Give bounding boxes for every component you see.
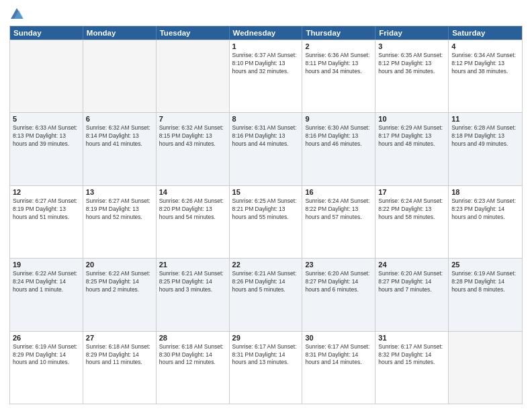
day-number: 2 <box>305 42 372 50</box>
day-info: Sunrise: 6:21 AM Sunset: 8:25 PM Dayligh… <box>159 270 226 294</box>
day-number: 28 <box>159 334 226 342</box>
day-cell-20: 20Sunrise: 6:22 AM Sunset: 8:25 PM Dayli… <box>83 259 157 330</box>
day-cell-21: 21Sunrise: 6:21 AM Sunset: 8:25 PM Dayli… <box>157 259 230 330</box>
day-info: Sunrise: 6:37 AM Sunset: 8:10 PM Dayligh… <box>232 52 300 76</box>
day-number: 29 <box>232 334 300 342</box>
day-info: Sunrise: 6:23 AM Sunset: 8:23 PM Dayligh… <box>451 197 519 222</box>
day-cell-1: 1Sunrise: 6:37 AM Sunset: 8:10 PM Daylig… <box>230 40 303 112</box>
page: SundayMondayTuesdayWednesdayThursdayFrid… <box>0 0 532 411</box>
day-number: 21 <box>159 261 226 269</box>
calendar-row-2: 12Sunrise: 6:27 AM Sunset: 8:19 PM Dayli… <box>10 185 522 258</box>
day-cell-12: 12Sunrise: 6:27 AM Sunset: 8:19 PM Dayli… <box>10 186 83 258</box>
day-cell-5: 5Sunrise: 6:33 AM Sunset: 8:13 PM Daylig… <box>10 113 83 185</box>
day-cell-6: 6Sunrise: 6:32 AM Sunset: 8:14 PM Daylig… <box>83 113 157 185</box>
day-number: 30 <box>305 334 372 342</box>
day-number: 4 <box>451 42 519 50</box>
empty-cell-0-1 <box>83 40 157 112</box>
day-info: Sunrise: 6:17 AM Sunset: 8:31 PM Dayligh… <box>232 343 300 367</box>
calendar-header-row: SundayMondayTuesdayWednesdayThursdayFrid… <box>10 26 522 40</box>
day-number: 6 <box>86 115 153 123</box>
header-day-tuesday: Tuesday <box>157 26 230 40</box>
day-cell-29: 29Sunrise: 6:17 AM Sunset: 8:31 PM Dayli… <box>230 332 303 404</box>
day-info: Sunrise: 6:24 AM Sunset: 8:22 PM Dayligh… <box>378 197 445 222</box>
day-number: 25 <box>451 261 519 269</box>
day-cell-19: 19Sunrise: 6:22 AM Sunset: 8:24 PM Dayli… <box>10 259 83 330</box>
day-cell-2: 2Sunrise: 6:36 AM Sunset: 8:11 PM Daylig… <box>302 40 375 112</box>
day-cell-23: 23Sunrise: 6:20 AM Sunset: 8:27 PM Dayli… <box>302 259 375 330</box>
calendar-row-4: 26Sunrise: 6:19 AM Sunset: 8:29 PM Dayli… <box>10 331 522 404</box>
calendar-row-3: 19Sunrise: 6:22 AM Sunset: 8:24 PM Dayli… <box>10 258 522 330</box>
day-info: Sunrise: 6:28 AM Sunset: 8:18 PM Dayligh… <box>451 124 519 148</box>
day-info: Sunrise: 6:24 AM Sunset: 8:22 PM Dayligh… <box>305 197 372 222</box>
day-cell-24: 24Sunrise: 6:20 AM Sunset: 8:27 PM Dayli… <box>375 259 449 330</box>
day-number: 12 <box>13 188 80 196</box>
day-info: Sunrise: 6:21 AM Sunset: 8:26 PM Dayligh… <box>232 270 300 294</box>
day-cell-4: 4Sunrise: 6:34 AM Sunset: 8:12 PM Daylig… <box>449 40 522 112</box>
day-info: Sunrise: 6:17 AM Sunset: 8:32 PM Dayligh… <box>378 343 445 367</box>
day-info: Sunrise: 6:17 AM Sunset: 8:31 PM Dayligh… <box>305 343 372 367</box>
header <box>9 7 523 21</box>
day-number: 17 <box>378 188 445 196</box>
day-info: Sunrise: 6:19 AM Sunset: 8:28 PM Dayligh… <box>451 270 519 294</box>
empty-cell-0-2 <box>157 40 230 112</box>
day-cell-7: 7Sunrise: 6:32 AM Sunset: 8:15 PM Daylig… <box>157 113 230 185</box>
day-info: Sunrise: 6:22 AM Sunset: 8:25 PM Dayligh… <box>86 270 153 294</box>
calendar-body: 1Sunrise: 6:37 AM Sunset: 8:10 PM Daylig… <box>10 40 522 404</box>
day-cell-26: 26Sunrise: 6:19 AM Sunset: 8:29 PM Dayli… <box>10 332 83 404</box>
day-cell-30: 30Sunrise: 6:17 AM Sunset: 8:31 PM Dayli… <box>302 332 375 404</box>
day-info: Sunrise: 6:33 AM Sunset: 8:13 PM Dayligh… <box>13 124 80 148</box>
header-day-saturday: Saturday <box>449 26 522 40</box>
day-info: Sunrise: 6:22 AM Sunset: 8:24 PM Dayligh… <box>13 270 80 294</box>
day-number: 26 <box>13 334 80 342</box>
day-number: 5 <box>13 115 80 123</box>
day-cell-13: 13Sunrise: 6:27 AM Sunset: 8:19 PM Dayli… <box>83 186 157 258</box>
day-number: 8 <box>232 115 300 123</box>
day-info: Sunrise: 6:19 AM Sunset: 8:29 PM Dayligh… <box>13 343 80 367</box>
day-cell-10: 10Sunrise: 6:29 AM Sunset: 8:17 PM Dayli… <box>375 113 449 185</box>
day-info: Sunrise: 6:25 AM Sunset: 8:21 PM Dayligh… <box>232 197 300 222</box>
logo <box>9 7 27 21</box>
day-info: Sunrise: 6:18 AM Sunset: 8:30 PM Dayligh… <box>159 343 226 367</box>
day-info: Sunrise: 6:27 AM Sunset: 8:19 PM Dayligh… <box>13 197 80 222</box>
day-number: 10 <box>378 115 445 123</box>
day-number: 3 <box>378 42 445 50</box>
day-cell-28: 28Sunrise: 6:18 AM Sunset: 8:30 PM Dayli… <box>157 332 230 404</box>
day-info: Sunrise: 6:32 AM Sunset: 8:14 PM Dayligh… <box>86 124 153 148</box>
day-number: 24 <box>378 261 445 269</box>
calendar-row-0: 1Sunrise: 6:37 AM Sunset: 8:10 PM Daylig… <box>10 40 522 112</box>
day-cell-9: 9Sunrise: 6:30 AM Sunset: 8:16 PM Daylig… <box>302 113 375 185</box>
header-day-wednesday: Wednesday <box>230 26 303 40</box>
day-cell-14: 14Sunrise: 6:26 AM Sunset: 8:20 PM Dayli… <box>157 186 230 258</box>
day-number: 27 <box>86 334 153 342</box>
day-number: 9 <box>305 115 372 123</box>
day-number: 23 <box>305 261 372 269</box>
logo-icon <box>9 7 24 21</box>
day-cell-11: 11Sunrise: 6:28 AM Sunset: 8:18 PM Dayli… <box>449 113 522 185</box>
empty-cell-0-0 <box>10 40 83 112</box>
day-cell-27: 27Sunrise: 6:18 AM Sunset: 8:29 PM Dayli… <box>83 332 157 404</box>
day-number: 20 <box>86 261 153 269</box>
day-info: Sunrise: 6:31 AM Sunset: 8:16 PM Dayligh… <box>232 124 300 148</box>
day-number: 7 <box>159 115 226 123</box>
calendar-row-1: 5Sunrise: 6:33 AM Sunset: 8:13 PM Daylig… <box>10 112 522 185</box>
header-day-thursday: Thursday <box>302 26 375 40</box>
day-cell-8: 8Sunrise: 6:31 AM Sunset: 8:16 PM Daylig… <box>230 113 303 185</box>
day-info: Sunrise: 6:29 AM Sunset: 8:17 PM Dayligh… <box>378 124 445 148</box>
day-cell-31: 31Sunrise: 6:17 AM Sunset: 8:32 PM Dayli… <box>375 332 449 404</box>
calendar: SundayMondayTuesdayWednesdayThursdayFrid… <box>9 26 523 404</box>
header-day-monday: Monday <box>83 26 157 40</box>
day-info: Sunrise: 6:18 AM Sunset: 8:29 PM Dayligh… <box>86 343 153 367</box>
day-cell-3: 3Sunrise: 6:35 AM Sunset: 8:12 PM Daylig… <box>375 40 449 112</box>
day-cell-25: 25Sunrise: 6:19 AM Sunset: 8:28 PM Dayli… <box>449 259 522 330</box>
day-info: Sunrise: 6:20 AM Sunset: 8:27 PM Dayligh… <box>305 270 372 294</box>
day-info: Sunrise: 6:35 AM Sunset: 8:12 PM Dayligh… <box>378 52 445 76</box>
day-info: Sunrise: 6:20 AM Sunset: 8:27 PM Dayligh… <box>378 270 445 294</box>
day-cell-15: 15Sunrise: 6:25 AM Sunset: 8:21 PM Dayli… <box>230 186 303 258</box>
day-cell-16: 16Sunrise: 6:24 AM Sunset: 8:22 PM Dayli… <box>302 186 375 258</box>
day-info: Sunrise: 6:34 AM Sunset: 8:12 PM Dayligh… <box>451 52 519 76</box>
day-number: 13 <box>86 188 153 196</box>
header-day-friday: Friday <box>375 26 449 40</box>
day-number: 14 <box>159 188 226 196</box>
empty-cell-4-6 <box>449 332 522 404</box>
day-number: 18 <box>451 188 519 196</box>
